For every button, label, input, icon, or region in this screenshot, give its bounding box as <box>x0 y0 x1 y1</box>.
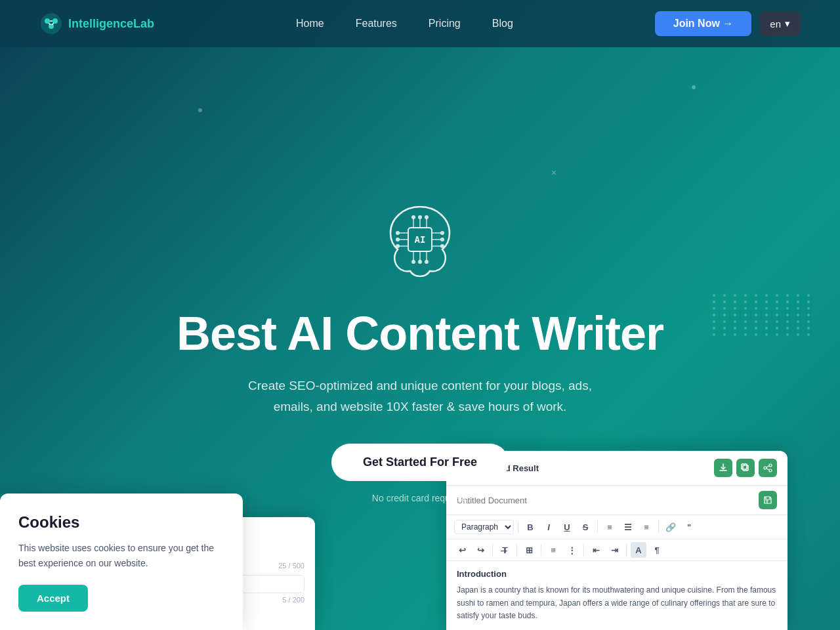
underline-button[interactable]: U <box>559 519 575 535</box>
editor-download-btn[interactable] <box>714 459 732 477</box>
nav-pricing[interactable]: Pricing <box>429 18 461 30</box>
svg-point-36 <box>764 467 766 469</box>
align-center-button[interactable]: ☰ <box>620 519 636 535</box>
highlight-button[interactable]: A <box>631 542 646 558</box>
svg-point-10 <box>396 231 400 235</box>
strikethrough-button[interactable]: S <box>578 519 593 535</box>
svg-point-16 <box>440 231 444 235</box>
pilcrow-button[interactable]: ¶ <box>649 542 665 558</box>
nav-home[interactable]: Home <box>296 18 324 30</box>
bg-dot-2 <box>692 85 696 89</box>
hero-content: AI <box>163 161 677 517</box>
editor-toolbar-row2: ↩ ↪ T̶ ⊞ ≡ ⋮ ⇤ ⇥ A ¶ <box>446 539 788 561</box>
cookie-text: This website uses cookies to ensure you … <box>18 541 224 570</box>
logo[interactable]: IntelligenceLab <box>39 12 154 35</box>
navbar: IntelligenceLab Home Features Pricing Bl… <box>0 0 840 47</box>
redo-button[interactable]: ↪ <box>472 542 488 558</box>
align-left-button[interactable]: ≡ <box>602 519 618 535</box>
cookie-accept-button[interactable]: Accept <box>18 585 88 612</box>
editor-copy-btn[interactable] <box>736 459 755 477</box>
svg-point-37 <box>769 469 772 472</box>
dots-pattern <box>713 294 814 336</box>
lang-label: en <box>770 18 781 30</box>
svg-point-22 <box>411 215 415 219</box>
paragraph-select[interactable]: Paragraph <box>454 520 514 534</box>
editor-save-btn[interactable] <box>759 491 777 509</box>
nav-right: Join Now → en ▾ <box>655 11 801 36</box>
quote-button[interactable]: " <box>681 519 697 535</box>
editor-section-title: Introduction <box>457 569 777 579</box>
get-started-button[interactable]: Get Started For Free <box>331 444 509 481</box>
editor-body-text: Japan is a country that is known for its… <box>457 584 777 622</box>
svg-line-38 <box>766 466 769 467</box>
cookie-banner: Cookies This website uses cookies to ens… <box>0 494 243 630</box>
indent-decrease-button[interactable]: ⇤ <box>588 542 604 558</box>
cookie-title: Cookies <box>18 513 224 532</box>
ai-brain-icon: AI <box>368 187 472 295</box>
logo-accent: Lab <box>133 17 154 30</box>
hero-note: No credit card required. <box>372 493 468 503</box>
nav-blog[interactable]: Blog <box>492 18 513 30</box>
unordered-list-button[interactable]: ≡ <box>545 542 561 558</box>
bg-dot-1 <box>198 108 202 112</box>
editor-toolbar-row1: Paragraph B I U S ≡ ☰ ≡ 🔗 " <box>446 515 788 539</box>
undo-button[interactable]: ↩ <box>454 542 470 558</box>
svg-point-18 <box>440 238 444 242</box>
table-button[interactable]: ⊞ <box>521 542 537 558</box>
chevron-down-icon: ▾ <box>785 18 790 30</box>
svg-rect-33 <box>743 465 748 471</box>
logo-main: Intelligence <box>68 17 133 30</box>
hero-subtitle: Create SEO-optimized and unique content … <box>248 375 592 418</box>
svg-point-32 <box>425 260 429 264</box>
svg-line-39 <box>766 469 769 470</box>
ordered-list-button[interactable]: ⋮ <box>564 542 579 558</box>
editor-share-btn[interactable] <box>759 459 777 477</box>
svg-point-30 <box>418 260 422 264</box>
svg-point-12 <box>396 238 400 242</box>
svg-rect-34 <box>742 464 747 469</box>
link-button[interactable]: 🔗 <box>663 519 679 535</box>
svg-point-28 <box>411 260 415 264</box>
svg-point-20 <box>440 244 444 248</box>
svg-point-26 <box>425 215 429 219</box>
hero-title: Best AI Content Writer <box>177 308 663 360</box>
join-now-button[interactable]: Join Now → <box>655 11 752 36</box>
indent-increase-button[interactable]: ⇥ <box>606 542 622 558</box>
svg-point-35 <box>769 464 772 467</box>
align-right-button[interactable]: ≡ <box>639 519 654 535</box>
nav-links: Home Features Pricing Blog <box>296 18 513 30</box>
language-selector[interactable]: en ▾ <box>759 11 801 36</box>
svg-point-24 <box>418 215 422 219</box>
svg-point-14 <box>396 244 400 248</box>
italic-button[interactable]: I <box>541 519 556 535</box>
editor-body: Introduction Japan is a country that is … <box>446 561 788 630</box>
bold-button[interactable]: B <box>522 519 538 535</box>
svg-text:AI: AI <box>415 234 426 245</box>
editor-action-buttons <box>714 459 777 477</box>
format-clear-button[interactable]: T̶ <box>497 542 513 558</box>
nav-features[interactable]: Features <box>356 18 397 30</box>
